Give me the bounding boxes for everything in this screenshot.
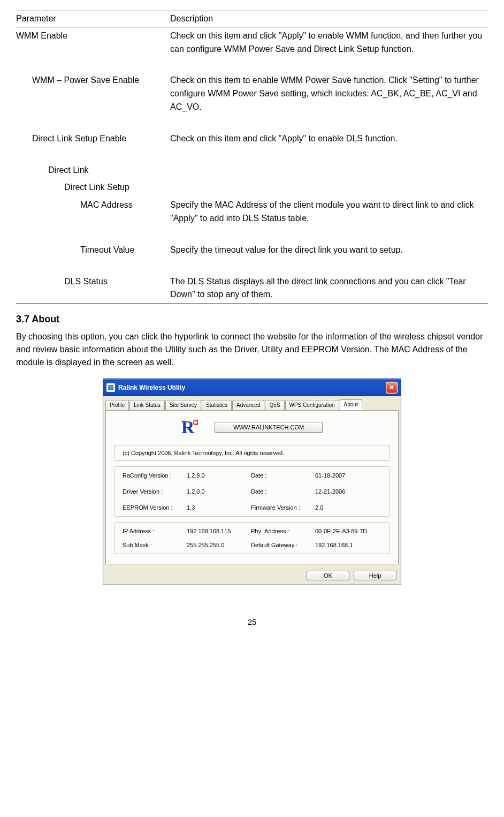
param-desc (170, 179, 488, 196)
tab-qos[interactable]: QoS (265, 400, 284, 411)
table-row: DLS StatusThe DLS Status displays all th… (16, 273, 488, 304)
ip-address-label: IP Address : (123, 528, 187, 534)
network-box: IP Address : 192.168.168.115 Phy_Address… (114, 522, 390, 554)
tab-advanced[interactable]: Advanced (232, 400, 264, 411)
driver-version-label: Driver Version : (123, 488, 187, 495)
table-header-parameter: Parameter (16, 11, 170, 27)
raconfig-date-label: Date : (251, 472, 315, 479)
ip-address-value: 192.168.168.115 (187, 528, 251, 534)
table-row: WMM – Power Save EnableCheck on this ite… (16, 72, 488, 116)
website-button[interactable]: WWW.RALINKTECH.COM (215, 422, 323, 433)
param-label: Direct Link Setup Enable (16, 132, 166, 146)
tabs-strip: Profile Link Status Site Survey Statisti… (103, 396, 401, 410)
phy-address-label: Phy_Address : (251, 528, 315, 534)
ralink-logo: Rɑ (181, 418, 195, 436)
sub-mask-label: Sub Mask : (123, 542, 187, 548)
driver-version-value: 1.2.0.0 (187, 488, 251, 495)
tab-profile[interactable]: Profile (105, 400, 129, 411)
default-gateway-value: 192.168.168.1 (315, 542, 381, 548)
copyright-text: (c) Copyright 2006, Ralink Technology, I… (123, 450, 284, 456)
param-label: WMM – Power Save Enable (16, 74, 166, 87)
logo-swirl-icon: ɑ (193, 417, 198, 427)
param-label: Direct Link Setup (16, 181, 166, 194)
firmware-version-label: Firmware Version : (251, 504, 315, 511)
section-heading: 3.7 About (16, 314, 488, 325)
eeprom-version-value: 1.3 (187, 504, 251, 511)
tab-wps[interactable]: WPS Configuration (285, 400, 339, 411)
driver-date-value: 12-21-2006 (315, 488, 381, 495)
page-number: 25 (16, 617, 488, 626)
tab-site-survey[interactable]: Site Survey (165, 400, 201, 411)
ok-button[interactable]: OK (307, 571, 349, 580)
table-row: Direct Link Setup (16, 179, 488, 196)
table-row: Direct Link Setup EnableCheck on this it… (16, 130, 488, 148)
param-label: DLS Status (16, 275, 166, 289)
section-body: By choosing this option, you can click t… (16, 330, 488, 369)
param-label: Timeout Value (16, 244, 166, 257)
button-bar: OK Help (103, 568, 401, 585)
raconfig-date-value: 01-18-2007 (315, 472, 381, 479)
table-row: MAC AddressSpecify the MAC Address of th… (16, 196, 488, 228)
tab-link-status[interactable]: Link Status (129, 400, 164, 411)
utility-window: Ralink Wireless Utility ✕ Profile Link S… (103, 379, 401, 585)
help-button[interactable]: Help (354, 571, 396, 580)
default-gateway-label: Default Gateway : (251, 542, 315, 548)
table-row: WMM EnableCheck on this item and click "… (16, 27, 488, 58)
param-label: WMM Enable (16, 27, 170, 58)
table-row: Timeout ValueSpecify the timeout value f… (16, 241, 488, 259)
versions-box: RaConfig Version : 1.2.9.0 Date : 01-18-… (114, 466, 390, 517)
close-icon: ✕ (389, 384, 394, 391)
phy-address-value: 00-0E-2E-A3-89-7D (315, 528, 381, 534)
table-row: Direct Link (16, 162, 488, 179)
param-desc: The DLS Status displays all the direct l… (170, 273, 488, 304)
param-desc: Specify the timeout value for the direct… (170, 241, 488, 259)
window-title: Ralink Wireless Utility (118, 384, 386, 391)
param-desc: Specify the MAC Address of the client mo… (170, 196, 488, 228)
param-desc: Check on this item and click "Apply" to … (170, 130, 488, 148)
tab-about[interactable]: About (340, 399, 362, 410)
copyright-box: (c) Copyright 2006, Ralink Technology, I… (114, 445, 390, 461)
param-label: MAC Address (16, 199, 166, 212)
table-header-description: Description (170, 11, 488, 27)
param-label: Direct Link (16, 164, 166, 177)
app-icon (106, 383, 115, 392)
titlebar: Ralink Wireless Utility ✕ (103, 379, 401, 396)
driver-date-label: Date : (251, 488, 315, 495)
close-button[interactable]: ✕ (386, 382, 398, 394)
param-desc (170, 162, 488, 179)
eeprom-version-label: EEPROM Version : (123, 504, 187, 511)
firmware-version-value: 2.0 (315, 504, 381, 511)
tab-statistics[interactable]: Statistics (202, 400, 232, 411)
sub-mask-value: 255.255.255.0 (187, 542, 251, 548)
param-desc: Check on this item to enable WMM Power S… (170, 72, 488, 116)
about-panel: Rɑ WWW.RALINKTECH.COM (c) Copyright 2006… (105, 410, 399, 564)
raconfig-version-label: RaConfig Version : (123, 472, 187, 479)
raconfig-version-value: 1.2.9.0 (187, 472, 251, 479)
parameter-table: Parameter Description WMM EnableCheck on… (16, 11, 488, 304)
param-desc: Check on this item and click "Apply" to … (170, 27, 488, 58)
